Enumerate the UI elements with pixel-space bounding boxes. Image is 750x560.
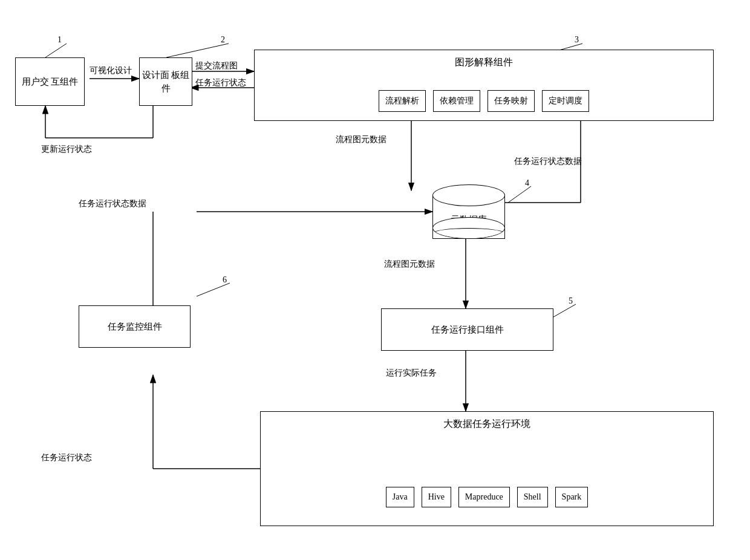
svg-line-17: [45, 44, 67, 57]
label-submit-flowchart: 提交流程图: [195, 60, 238, 71]
label-task-status: 任务运行状态: [195, 77, 246, 88]
label-visual-design: 可视化设计: [90, 65, 132, 76]
graph-interpreter-component: 图形解释组件 流程解析 依赖管理 任务映射 定时调度: [254, 50, 714, 121]
svg-line-22: [197, 283, 230, 296]
task-monitor-component: 任务监控组件: [79, 305, 191, 348]
ref-5: 5: [569, 296, 573, 306]
mapreduce-item: Mapreduce: [458, 487, 510, 507]
label-task-status-data2: 任务运行状态数据: [79, 198, 146, 209]
spark-item: Spark: [555, 487, 589, 507]
bigdata-runtime-env: 大数据任务运行环境 Java Hive Mapreduce Shell Spar…: [260, 411, 714, 526]
label-flowchart-meta: 流程图元数据: [336, 134, 386, 145]
ref-4: 4: [525, 178, 529, 188]
ref-2: 2: [221, 35, 225, 45]
metadata-database: 元数据库: [432, 184, 505, 239]
dependency-management: 依赖管理: [433, 90, 480, 112]
shell-item: Shell: [517, 487, 548, 507]
bigdata-env-title: 大数据任务运行环境: [261, 418, 713, 431]
scheduled-dispatch: 定时调度: [542, 90, 589, 112]
graph-interpreter-title: 图形解释组件: [255, 56, 713, 69]
label-task-run-status: 任务运行状态: [41, 452, 92, 463]
svg-line-18: [166, 44, 229, 57]
flow-analysis: 流程解析: [379, 90, 426, 112]
diagram: 1 2 3 4 5 6 用户交 互组件 设计面 板组件 可视化设计 提交流程图 …: [0, 0, 750, 560]
task-runtime-interface: 任务运行接口组件: [381, 308, 553, 351]
label-flowchart-meta2: 流程图元数据: [384, 259, 435, 270]
ref-1: 1: [57, 35, 62, 45]
bigdata-env-items: Java Hive Mapreduce Shell Spark: [261, 487, 713, 507]
task-mapping: 任务映射: [488, 90, 535, 112]
label-run-actual: 运行实际任务: [386, 368, 437, 379]
design-panel-component: 设计面 板组件: [139, 57, 192, 106]
svg-line-21: [550, 304, 576, 319]
java-item: Java: [386, 487, 414, 507]
ref-3: 3: [575, 35, 579, 45]
label-task-status-data1: 任务运行状态数据: [514, 156, 582, 167]
label-update-status: 更新运行状态: [41, 144, 92, 155]
graph-interpreter-items: 流程解析 依赖管理 任务映射 定时调度: [255, 90, 713, 112]
ref-6: 6: [223, 275, 227, 285]
user-interaction-component: 用户交 互组件: [15, 57, 85, 106]
svg-line-20: [508, 186, 531, 203]
hive-item: Hive: [422, 487, 451, 507]
